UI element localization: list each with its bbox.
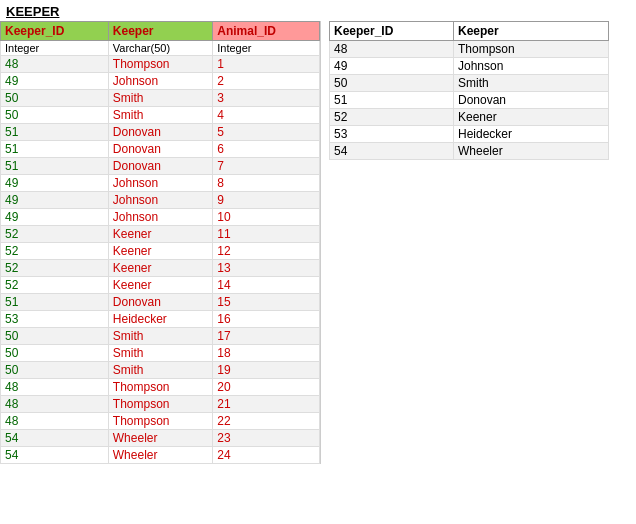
table-row: 51Donovan6 <box>1 141 320 158</box>
cell-animal-id: 21 <box>213 396 320 413</box>
cell-keeper: Smith <box>108 362 212 379</box>
cell-animal-id: 10 <box>213 209 320 226</box>
cell-keeper: Donovan <box>108 158 212 175</box>
cell-keeper: Wheeler <box>108 447 212 464</box>
cell-right-keeper-id: 48 <box>330 41 454 58</box>
table-row: 52Keener <box>330 109 609 126</box>
page-wrapper: KEEPER Keeper_ID Keeper Animal_ID Intege… <box>0 0 636 464</box>
th-keeper-id[interactable]: Keeper_ID <box>1 22 109 41</box>
cell-animal-id: 14 <box>213 277 320 294</box>
cell-keeper: Smith <box>108 107 212 124</box>
cell-keeper: Keener <box>108 260 212 277</box>
cell-keeper-id: 53 <box>1 311 109 328</box>
cell-animal-id: 8 <box>213 175 320 192</box>
type-keeper: Varchar(50) <box>108 41 212 56</box>
cell-keeper: Johnson <box>108 73 212 90</box>
cell-keeper-id: 54 <box>1 430 109 447</box>
cell-keeper-id: 51 <box>1 158 109 175</box>
cell-keeper: Smith <box>108 345 212 362</box>
cell-keeper: Wheeler <box>108 430 212 447</box>
cell-keeper-id: 48 <box>1 56 109 73</box>
table-row: 50Smith <box>330 75 609 92</box>
cell-right-keeper: Donovan <box>454 92 609 109</box>
table-row: 50Smith3 <box>1 90 320 107</box>
cell-keeper-id: 49 <box>1 73 109 90</box>
cell-right-keeper: Thompson <box>454 41 609 58</box>
right-table-body: 48Thompson49Johnson50Smith51Donovan52Kee… <box>330 41 609 160</box>
cell-keeper: Thompson <box>108 379 212 396</box>
cell-animal-id: 9 <box>213 192 320 209</box>
cell-keeper-id: 54 <box>1 447 109 464</box>
cell-keeper-id: 51 <box>1 141 109 158</box>
table-row: 48Thompson22 <box>1 413 320 430</box>
cell-keeper-id: 52 <box>1 260 109 277</box>
th-right-keeper-id[interactable]: Keeper_ID <box>330 22 454 41</box>
cell-keeper-id: 49 <box>1 209 109 226</box>
cell-right-keeper-id: 50 <box>330 75 454 92</box>
cell-right-keeper: Wheeler <box>454 143 609 160</box>
cell-right-keeper-id: 54 <box>330 143 454 160</box>
table-row: 52Keener13 <box>1 260 320 277</box>
th-animal-id[interactable]: Animal_ID <box>213 22 320 41</box>
cell-keeper: Thompson <box>108 56 212 73</box>
right-header-row: Keeper_ID Keeper <box>330 22 609 41</box>
cell-keeper: Donovan <box>108 294 212 311</box>
cell-keeper-id: 52 <box>1 226 109 243</box>
cell-keeper: Johnson <box>108 175 212 192</box>
table-row: 49Johnson9 <box>1 192 320 209</box>
cell-right-keeper: Smith <box>454 75 609 92</box>
cell-keeper-id: 52 <box>1 243 109 260</box>
cell-keeper: Keener <box>108 277 212 294</box>
table-row: 53Heidecker <box>330 126 609 143</box>
cell-right-keeper: Heidecker <box>454 126 609 143</box>
table-row: 49Johnson8 <box>1 175 320 192</box>
cell-right-keeper-id: 49 <box>330 58 454 75</box>
cell-keeper: Keener <box>108 226 212 243</box>
right-table: Keeper_ID Keeper 48Thompson49Johnson50Sm… <box>329 21 609 160</box>
table-row: 52Keener14 <box>1 277 320 294</box>
cell-animal-id: 20 <box>213 379 320 396</box>
th-keeper[interactable]: Keeper <box>108 22 212 41</box>
cell-animal-id: 4 <box>213 107 320 124</box>
cell-animal-id: 19 <box>213 362 320 379</box>
cell-keeper-id: 50 <box>1 345 109 362</box>
cell-animal-id: 17 <box>213 328 320 345</box>
table-row: 51Donovan5 <box>1 124 320 141</box>
table-row: 48Thompson20 <box>1 379 320 396</box>
cell-animal-id: 5 <box>213 124 320 141</box>
cell-keeper-id: 52 <box>1 277 109 294</box>
cell-keeper-id: 50 <box>1 107 109 124</box>
left-table-body: 48Thompson149Johnson250Smith350Smith451D… <box>1 56 320 464</box>
cell-animal-id: 24 <box>213 447 320 464</box>
cell-keeper: Johnson <box>108 192 212 209</box>
table-row: 50Smith4 <box>1 107 320 124</box>
cell-animal-id: 22 <box>213 413 320 430</box>
cell-animal-id: 3 <box>213 90 320 107</box>
table-row: 51Donovan7 <box>1 158 320 175</box>
th-right-keeper[interactable]: Keeper <box>454 22 609 41</box>
cell-animal-id: 18 <box>213 345 320 362</box>
cell-right-keeper-id: 52 <box>330 109 454 126</box>
cell-keeper: Johnson <box>108 209 212 226</box>
type-animal-id: Integer <box>213 41 320 56</box>
table-row: 54Wheeler24 <box>1 447 320 464</box>
table-row: 49Johnson2 <box>1 73 320 90</box>
table-row: 53Heidecker16 <box>1 311 320 328</box>
table-row: 50Smith18 <box>1 345 320 362</box>
table-row: 51Donovan15 <box>1 294 320 311</box>
cell-keeper: Keener <box>108 243 212 260</box>
tables-container: Keeper_ID Keeper Animal_ID Integer Varch… <box>0 21 636 464</box>
cell-animal-id: 2 <box>213 73 320 90</box>
right-table-wrapper: Keeper_ID Keeper 48Thompson49Johnson50Sm… <box>321 21 609 464</box>
cell-animal-id: 13 <box>213 260 320 277</box>
cell-keeper-id: 51 <box>1 294 109 311</box>
cell-keeper-id: 48 <box>1 413 109 430</box>
table-row: 52Keener12 <box>1 243 320 260</box>
table-title: KEEPER <box>0 0 636 21</box>
table-row: 50Smith17 <box>1 328 320 345</box>
table-row: 54Wheeler23 <box>1 430 320 447</box>
table-row: 49Johnson10 <box>1 209 320 226</box>
cell-animal-id: 7 <box>213 158 320 175</box>
cell-keeper: Smith <box>108 90 212 107</box>
type-keeper-id: Integer <box>1 41 109 56</box>
